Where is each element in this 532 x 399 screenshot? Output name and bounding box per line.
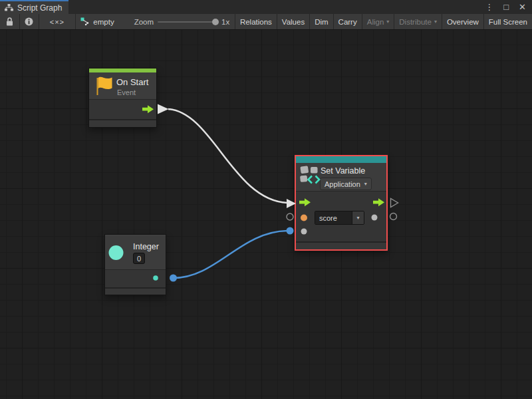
lock-button[interactable] xyxy=(0,14,19,29)
set-variable-footer xyxy=(296,241,386,249)
selection-label: empty xyxy=(93,18,114,26)
dim-button[interactable]: Dim xyxy=(309,14,332,29)
node-on-start[interactable]: On Start Event xyxy=(88,68,157,128)
chevron-down-icon: ▾ xyxy=(434,19,437,25)
on-start-footer xyxy=(89,119,156,127)
relations-button[interactable]: Relations xyxy=(235,14,277,29)
integer-header[interactable]: Integer 0 xyxy=(105,235,166,269)
info-icon xyxy=(25,17,33,26)
integer-body xyxy=(105,269,166,287)
node-set-variable[interactable]: Set Variable Application ▾ score ▾ xyxy=(295,155,388,251)
integer-title: Integer xyxy=(133,242,159,251)
chevron-down-icon: ▾ xyxy=(364,182,367,187)
set-variable-header[interactable]: Set Variable Application ▾ xyxy=(296,163,386,191)
integer-value: 0 xyxy=(137,255,141,263)
integer-footer xyxy=(105,287,166,295)
carry-button[interactable]: Carry xyxy=(333,14,362,29)
variable-name-dropdown-button[interactable]: ▾ xyxy=(352,211,364,224)
overview-button[interactable]: Overview xyxy=(442,14,483,29)
variable-name-value[interactable]: score xyxy=(315,211,352,224)
window-controls: ⋮ □ ✕ xyxy=(485,0,532,14)
graph-inspector-button[interactable]: <×> xyxy=(39,14,75,29)
graph-canvas[interactable] xyxy=(0,0,532,399)
graph-inspector-icon: <×> xyxy=(50,18,65,26)
zoom-slider[interactable] xyxy=(158,21,217,23)
variable-scope-dropdown[interactable]: Application ▾ xyxy=(320,178,372,190)
tab-label: Script Graph xyxy=(17,3,62,13)
chevron-down-icon: ▾ xyxy=(356,215,359,221)
zoom-value: 1x xyxy=(221,18,229,26)
set-variable-accent-bar xyxy=(296,156,386,163)
tab-bar: Script Graph ⋮ □ ✕ xyxy=(0,0,532,14)
values-button[interactable]: Values xyxy=(277,14,309,29)
set-variable-title: Set Variable xyxy=(321,166,365,176)
toolbar-buttons: Relations Values Dim Carry Align ▾ Distr… xyxy=(235,14,532,29)
full-screen-button[interactable]: Full Screen xyxy=(483,14,532,29)
close-icon[interactable]: ✕ xyxy=(519,0,526,14)
graph-hierarchy-icon xyxy=(5,4,13,11)
maximize-icon[interactable]: □ xyxy=(503,0,509,14)
selection-zoom-group: empty Zoom 1x xyxy=(75,14,235,29)
zoom-label: Zoom xyxy=(134,18,154,26)
on-start-subtitle: Event xyxy=(117,88,136,96)
graph-toolbar: <×> empty Zoom 1x Relations Values Dim C… xyxy=(0,14,532,30)
info-button[interactable] xyxy=(20,14,39,29)
script-graph-window: Script Graph ⋮ □ ✕ <×> xyxy=(0,0,532,399)
more-menu-icon[interactable]: ⋮ xyxy=(485,0,493,14)
on-start-body xyxy=(89,99,156,119)
lock-icon xyxy=(6,17,13,26)
set-variable-body: score ▾ xyxy=(296,191,386,241)
align-button[interactable]: Align ▾ xyxy=(362,14,394,29)
zoom-slider-handle[interactable] xyxy=(212,19,219,25)
on-start-title: On Start xyxy=(116,77,148,87)
variable-name-field[interactable]: score ▾ xyxy=(315,211,364,225)
tab-script-graph[interactable]: Script Graph xyxy=(0,0,68,14)
integer-value-field[interactable]: 0 xyxy=(133,253,145,264)
on-start-header[interactable]: On Start Event xyxy=(89,72,156,99)
node-integer[interactable]: Integer 0 xyxy=(104,234,166,295)
distribute-button[interactable]: Distribute ▾ xyxy=(394,14,442,29)
chevron-down-icon: ▾ xyxy=(386,19,389,25)
selection-icon xyxy=(80,17,89,26)
